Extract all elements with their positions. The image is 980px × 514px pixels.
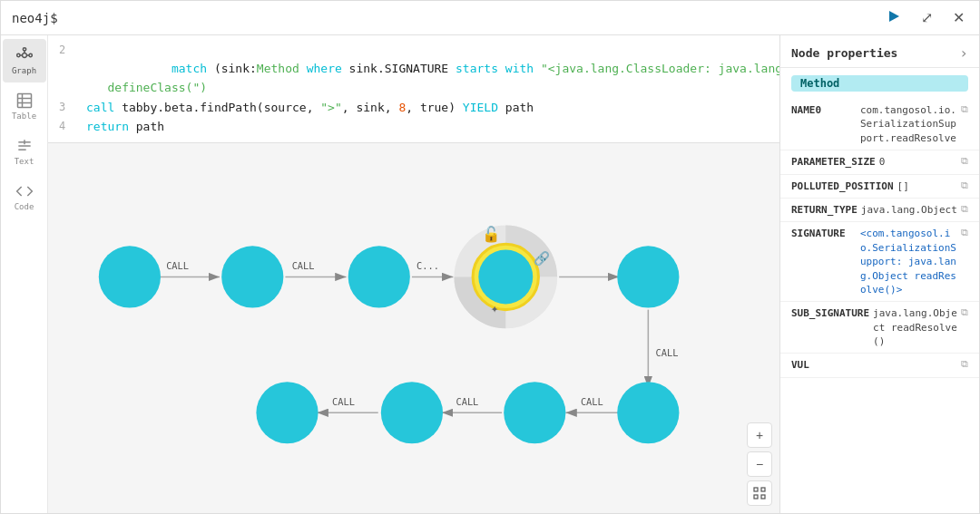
svg-text:CALL: CALL [292,260,315,271]
code-content-4: return path [86,118,164,136]
code-content-2b: defineClass(") [86,79,207,97]
svg-text:🔗: 🔗 [534,249,551,266]
prop-row-signature: SIGNATURE <com.tangosol.io.Serialization… [780,222,979,302]
code-label: Code [15,202,34,211]
fit-button[interactable] [747,480,772,506]
expand-button[interactable]: ⤢ [917,7,936,28]
node-8[interactable] [504,382,565,443]
prop-copy-polluted[interactable]: ⧉ [961,179,968,191]
prop-val-polluted: [] [897,179,957,193]
right-panel-header: Node properties › [780,35,979,68]
prop-val-name0: com.tangosol.io.Ser­ializationSupport.re… [860,103,957,145]
svg-text:CALL: CALL [332,395,355,406]
right-panel: Node properties › Method NAME0 com.tango… [779,35,979,513]
prop-key-sub-sig: SUB_SIGNATURE [791,306,869,320]
code-line-2: 2 match (sink:Method where sink.SIGNATUR… [48,41,779,78]
prop-row-return-type: RETURN_TYPE java.lang.Object ⧉ [780,199,979,222]
prop-copy-signature[interactable]: ⧉ [961,227,968,238]
code-line-3: 3 call tabby.beta.findPath(source, ">", … [48,98,779,118]
panel-toggle-button[interactable]: › [959,44,968,62]
svg-rect-38 [761,488,765,491]
node-1[interactable] [99,246,161,307]
svg-text:🔓: 🔓 [482,225,501,244]
svg-text:CALL: CALL [581,395,603,406]
prop-val-return-type: java.lang.Object [861,203,957,217]
title-bar: neo4j$ ⤢ ✕ [1,1,979,35]
sidebar-item-text[interactable]: Text [3,130,46,173]
close-button[interactable]: ✕ [949,7,968,28]
graph-label: Graph [12,66,36,75]
play-icon [887,9,901,24]
sidebar-item-table[interactable]: Table [3,84,46,128]
prop-val-sub-sig: java.lang.Object readResolve() [873,306,957,348]
prop-row-vul: VUL ⧉ [780,354,979,377]
content-area: 2 match (sink:Method where sink.SIGNATUR… [48,35,779,513]
node-2[interactable] [221,246,283,307]
svg-point-3 [29,53,32,56]
properties-table: NAME0 com.tangosol.io.Ser­ializationSupp… [780,99,979,513]
line-number-2: 2 [59,42,77,58]
prop-copy-return-type[interactable]: ⧉ [961,203,968,215]
main-area: Graph Table Text [1,35,979,513]
prop-val-param-size: 0 [879,155,957,169]
svg-text:C...: C... [416,260,439,271]
prop-copy-param-size[interactable]: ⧉ [961,155,968,167]
prop-val-signature: <com.tangosol.io.SerializationSupport: j… [860,227,957,296]
sidebar-item-code[interactable]: Code [3,175,46,218]
zoom-in-button[interactable]: + [747,422,772,448]
app-title: neo4j$ [12,11,58,25]
svg-point-2 [16,53,19,56]
svg-text:✦: ✦ [491,300,499,315]
prop-row-param-size: PARAMETER_SIZE 0 ⧉ [780,150,979,174]
code-content-2: match (sink:Method where sink.SIGNATURE … [86,42,779,77]
code-line-4: 4 return path [48,117,779,137]
code-icon [15,182,34,200]
prop-row-polluted: POLLUTED_POSITION [] ⧉ [780,175,979,199]
svg-text:CALL: CALL [656,347,679,358]
zoom-out-button[interactable]: − [747,451,772,477]
table-icon [15,92,34,110]
prop-copy-sub-sig[interactable]: ⧉ [961,306,968,318]
svg-text:CALL: CALL [166,260,189,271]
text-icon [15,137,34,155]
svg-rect-37 [754,488,758,491]
prop-key-polluted: POLLUTED_POSITION [791,179,894,193]
graph-area[interactable]: CALL CALL C... CALL CALL CALL [48,143,779,514]
prop-key-vul: VUL [791,358,857,372]
svg-rect-8 [17,94,31,108]
node-properties-title: Node properties [791,46,897,60]
fit-icon [753,487,766,499]
title-bar-actions: ⤢ ✕ [883,7,968,29]
prop-copy-name0[interactable]: ⧉ [961,103,968,115]
prop-row-sub-sig: SUB_SIGNATURE java.lang.Object readResol… [780,302,979,354]
node-5[interactable] [617,246,679,307]
app-container: neo4j$ ⤢ ✕ [0,0,980,514]
code-content-3: call tabby.beta.findPath(source, ">", si… [86,99,534,117]
svg-marker-0 [889,11,899,22]
method-badge: Method [791,75,968,92]
line-number-4: 4 [59,118,77,134]
sidebar: Graph Table Text [1,35,48,513]
run-button[interactable] [883,7,905,29]
table-label: Table [12,112,36,121]
svg-rect-40 [761,495,765,499]
code-line-2b: defineClass(") [48,78,779,98]
graph-icon [15,46,34,64]
prop-copy-vul[interactable]: ⧉ [961,358,968,370]
node-9[interactable] [617,382,679,443]
prop-key-signature: SIGNATURE [791,227,857,240]
graph-controls: + − [747,422,772,506]
code-editor: 2 match (sink:Method where sink.SIGNATUR… [48,35,779,143]
line-number-3: 3 [59,99,77,115]
svg-text:CALL: CALL [456,395,478,406]
center-node[interactable] [478,249,533,304]
node-7[interactable] [381,382,443,443]
node-6[interactable] [256,382,318,443]
prop-row-name0: NAME0 com.tangosol.io.Ser­ializationSupp… [780,99,979,150]
node-3[interactable] [348,246,410,307]
prop-key-name0: NAME0 [791,103,857,117]
sidebar-item-graph[interactable]: Graph [3,39,46,82]
graph-svg: CALL CALL C... CALL CALL CALL [48,143,779,514]
prop-key-param-size: PARAMETER_SIZE [791,155,876,169]
text-label: Text [15,157,34,166]
